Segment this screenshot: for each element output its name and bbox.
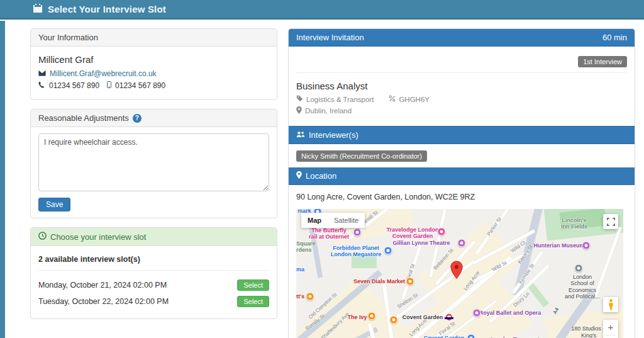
poi-label[interactable]: 180 Studios	[571, 325, 601, 332]
adjustments-textarea[interactable]: I require wheelchair access.	[38, 133, 269, 191]
interviewers-title: Interviewer(s)	[309, 130, 358, 140]
shopping-poi-icon[interactable]	[467, 334, 475, 338]
slot-row: Monday, October 21, 2024 02:00 PM Select	[38, 279, 269, 291]
candidate-mobile: 01234 567 890	[115, 81, 165, 90]
page-title: Select Your Interview Slot	[48, 4, 166, 14]
calendar-icon	[33, 3, 43, 16]
google-map[interactable]: Bucknall St Neal St Betterton St Long Ac…	[296, 209, 623, 338]
job-category: Logistics & Transport	[306, 96, 374, 103]
poi-label[interactable]: tt's	[296, 293, 304, 300]
interview-invitation-panel: Interview Invitation 60 min 1st Intervie…	[288, 28, 635, 338]
slot-datetime: Tuesday, October 22, 2024 02:00 PM	[38, 297, 169, 306]
reasonable-adjustments-panel: Reasonable Adjustments ? I require wheel…	[30, 109, 277, 218]
invitation-header: Interview Invitation 60 min	[289, 29, 635, 47]
zoom-control: + −	[603, 320, 618, 338]
reasonable-adjustments-title: Reasonable Adjustments	[38, 113, 129, 123]
poi-label[interactable]: The Ivy	[347, 314, 367, 320]
slots-count: 2 available interview slot(s)	[38, 255, 269, 264]
stage-badge: 1st Interview	[578, 56, 627, 67]
interview-address: 90 Long Acre, Covent Garden, London, WC2…	[296, 193, 627, 201]
candidate-name: Millicent Graf	[38, 54, 269, 65]
invitation-title: Interview Invitation	[296, 33, 364, 42]
university-poi-icon[interactable]	[575, 264, 583, 273]
job-title: Business Analyst	[296, 81, 627, 91]
tag-icon	[296, 95, 303, 103]
pegman-control[interactable]	[603, 297, 618, 312]
clock-icon	[38, 232, 47, 242]
poi-label: King's College London	[572, 332, 606, 338]
divider	[38, 270, 269, 271]
poi-label[interactable]: ma	[296, 266, 304, 273]
candidate-phone: 01234 567 890	[49, 81, 99, 90]
poi-label[interactable]: Hunterian Museum	[533, 242, 584, 249]
poi-label: London School of Economics and Political…	[565, 274, 600, 300]
job-location: Dublin, Ireland	[305, 107, 352, 115]
poi-label[interactable]: The Butterfly rail at Outernet	[309, 227, 349, 240]
phone-icon	[38, 81, 45, 90]
poi-label[interactable]: Covent Garden	[424, 335, 465, 338]
interview-slots-panel: Choose your interview slot 2 available i…	[30, 227, 277, 319]
your-information-header: Your Information	[31, 29, 277, 47]
poi-label[interactable]: Gillian Lynne Theatre	[392, 240, 450, 246]
poi-label[interactable]: Forbidden Planet London Megastore	[331, 245, 382, 258]
divider	[296, 72, 627, 73]
help-icon[interactable]: ?	[133, 114, 142, 123]
interviewers-header: Interviewer(s)	[289, 126, 635, 144]
envelope-icon	[38, 69, 46, 78]
map-view-button[interactable]: Map	[301, 213, 328, 228]
restaurant-poi-icon[interactable]	[306, 293, 314, 301]
your-information-title: Your Information	[38, 33, 98, 42]
restaurant-poi-icon[interactable]	[368, 312, 376, 320]
map-marker-icon	[296, 171, 302, 181]
restaurant-poi-icon[interactable]	[390, 316, 398, 324]
station-label[interactable]: Covent Garden	[402, 314, 443, 320]
map-type-control: Map Satellite	[301, 213, 365, 228]
restaurant-poi-icon[interactable]	[406, 278, 414, 286]
job-reference: GHGH6Y	[399, 96, 430, 103]
route-label: A4	[552, 307, 560, 315]
location-header: Location	[289, 167, 635, 185]
opera-poi-icon[interactable]	[473, 309, 481, 317]
fullscreen-button[interactable]	[603, 214, 618, 229]
park-label: Square rdens	[296, 240, 316, 254]
zoom-out-button[interactable]: −	[603, 335, 618, 338]
satellite-view-button[interactable]: Satellite	[328, 213, 365, 228]
your-information-panel: Your Information Millicent Graf Millicen…	[30, 28, 277, 100]
map-marker-icon	[296, 106, 302, 115]
slot-row: Tuesday, October 22, 2024 02:00 PM Selec…	[38, 296, 269, 307]
attraction-poi-icon[interactable]	[353, 228, 362, 237]
slots-header: Choose your interview slot	[31, 228, 277, 246]
poi-label[interactable]: Seven Dials Market	[353, 278, 405, 284]
invitation-duration: 60 min	[602, 33, 627, 42]
theatre-poi-icon[interactable]	[458, 239, 466, 247]
reference-icon	[389, 95, 396, 103]
save-button[interactable]: Save	[38, 198, 70, 211]
slots-title: Choose your interview slot	[50, 232, 146, 242]
destination-marker-icon[interactable]	[450, 261, 464, 282]
mobile-icon	[107, 81, 111, 90]
select-slot-button[interactable]: Select	[237, 296, 269, 307]
slot-datetime: Monday, October 21, 2024 02:00 PM	[38, 281, 167, 290]
interviewer-badge: Nicky Smith (Recruitment Co-ordinator)	[296, 150, 427, 162]
select-slot-button[interactable]: Select	[237, 279, 269, 291]
reasonable-adjustments-header: Reasonable Adjustments ?	[31, 110, 277, 127]
zoom-in-button[interactable]: +	[603, 320, 618, 335]
poi-label[interactable]: Royal Ballet and Opera	[479, 310, 541, 316]
left-accent-strip	[0, 21, 5, 338]
museum-poi-icon[interactable]	[582, 242, 591, 250]
location-title: Location	[306, 171, 336, 181]
underground-icon[interactable]	[446, 314, 452, 320]
park-label: Lincoln's Inn Fields	[561, 217, 587, 230]
users-icon	[296, 130, 305, 140]
page-header: Select Your Interview Slot	[0, 0, 644, 20]
hotel-poi-icon[interactable]	[438, 228, 446, 236]
store-poi-icon[interactable]	[384, 247, 392, 255]
poi-label[interactable]: London Transport Museum	[491, 336, 540, 338]
candidate-email-link[interactable]: Millicent.Graf@webrecruit.co.uk	[50, 69, 157, 78]
poi-label[interactable]: Travelodge London Covent Garden	[386, 227, 438, 240]
